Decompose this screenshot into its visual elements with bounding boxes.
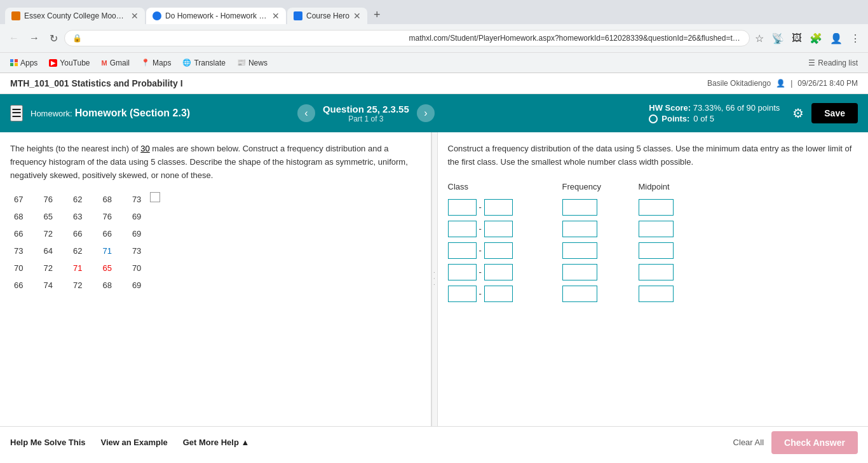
bookmark-maps[interactable]: 📍 Maps <box>136 57 176 69</box>
tab-1[interactable]: Essex County College Moodlerc... ✕ <box>5 8 145 24</box>
bookmark-news[interactable]: 📰 News <box>232 57 273 69</box>
data-cell: 65 <box>39 209 56 224</box>
hw-save-button[interactable]: Save <box>811 103 858 123</box>
frequency-input-4[interactable] <box>562 264 597 280</box>
class-upper-4[interactable] <box>484 264 513 280</box>
menu-button[interactable]: ⋮ <box>848 30 863 47</box>
class-input-group-5: - <box>448 286 562 302</box>
bookmark-translate-label: Translate <box>194 59 226 67</box>
footer-right: Clear All Check Answer <box>733 431 858 454</box>
class-lower-5[interactable] <box>448 286 477 302</box>
user-icon: 👤 <box>776 79 785 88</box>
data-cell: 62 <box>69 192 86 207</box>
tab-2-close[interactable]: ✕ <box>272 11 280 20</box>
class-input-group-4: - <box>448 264 562 280</box>
data-cell: 66 <box>69 226 86 241</box>
data-section: 67 76 62 68 73 68 65 63 76 69 66 72 <box>10 192 421 295</box>
hw-score: HW Score: 73.33%, 66 of 90 points Points… <box>649 103 780 123</box>
bookmark-maps-label: Maps <box>153 59 171 67</box>
class-upper-3[interactable] <box>484 242 513 259</box>
dash-2: - <box>479 224 482 233</box>
forward-button[interactable]: → <box>25 30 43 46</box>
nav-bar: ← → ↻ 🔒 mathxl.com/Student/PlayerHomewor… <box>0 24 868 52</box>
data-cell: 73 <box>10 244 27 258</box>
data-cell: 69 <box>128 226 145 241</box>
data-cell: 66 <box>10 278 27 293</box>
class-upper-2[interactable] <box>484 221 513 237</box>
extensions-button[interactable]: 🧩 <box>807 30 825 47</box>
hw-menu-button[interactable]: ☰ <box>10 105 23 121</box>
browser-chrome: Essex County College Moodlerc... ✕ Do Ho… <box>0 0 868 73</box>
screenshot-button[interactable]: 🖼 <box>789 30 804 46</box>
footer: Help Me Solve This View an Example Get M… <box>0 426 868 458</box>
data-cell: 66 <box>10 226 27 241</box>
midpoint-input-1[interactable] <box>639 199 674 216</box>
data-cell: 68 <box>98 278 115 293</box>
tab-3-title: Course Hero <box>306 11 349 20</box>
freq-cell-1 <box>562 199 639 216</box>
class-lower-3[interactable] <box>448 242 477 259</box>
class-upper-1[interactable] <box>484 199 513 216</box>
data-cell: 66 <box>98 226 115 241</box>
tab-3-close[interactable]: ✕ <box>353 11 361 20</box>
hw-score-label: HW Score: <box>649 103 691 113</box>
problem-text-left: The heights (to the nearest inch) of 30 … <box>10 142 421 182</box>
midpoint-input-5[interactable] <box>639 286 674 302</box>
tab-2-title: Do Homework - Homework (Sec... <box>165 11 268 20</box>
dash-1: - <box>479 202 482 212</box>
reading-list[interactable]: ☰ Reading list <box>803 57 863 69</box>
class-upper-5[interactable] <box>484 286 513 302</box>
check-answer-button[interactable]: Check Answer <box>771 431 858 454</box>
data-cell: 62 <box>69 244 86 258</box>
profile-button[interactable]: 👤 <box>827 30 845 47</box>
midpoint-input-4[interactable] <box>639 264 674 280</box>
table-row: 70 72 71 65 70 <box>10 261 145 275</box>
midpoint-input-3[interactable] <box>639 242 674 259</box>
new-tab-button[interactable]: + <box>369 6 386 24</box>
bookmark-translate[interactable]: 🌐 Translate <box>177 57 231 69</box>
table-row: 68 65 63 76 69 <box>10 209 145 224</box>
data-cell: 72 <box>39 226 56 241</box>
frequency-input-3[interactable] <box>562 242 597 259</box>
hw-actions: ⚙ Save <box>792 103 858 123</box>
bookmark-youtube[interactable]: ▶ YouTube <box>44 57 95 69</box>
hw-question-main: Question 25, 2.3.55 <box>323 104 409 114</box>
table-row: 73 64 62 71 73 <box>10 244 145 258</box>
frequency-input-1[interactable] <box>562 199 597 216</box>
tab-2[interactable]: Do Homework - Homework (Sec... ✕ <box>146 8 286 24</box>
tab-2-favicon <box>153 11 161 20</box>
hw-next-button[interactable]: › <box>417 104 435 122</box>
user-separator: | <box>790 79 792 88</box>
back-button[interactable]: ← <box>5 30 23 46</box>
help-solve-button[interactable]: Help Me Solve This <box>10 438 85 447</box>
cast-button[interactable]: 📡 <box>769 30 787 47</box>
midpoint-input-2[interactable] <box>639 221 674 237</box>
panel-resizer[interactable]: · · · <box>431 132 438 426</box>
table-row: - <box>448 199 858 216</box>
address-bar[interactable]: 🔒 mathxl.com/Student/PlayerHomework.aspx… <box>64 30 750 46</box>
gmail-icon: M <box>102 59 107 67</box>
class-input-group-3: - <box>448 242 562 259</box>
hw-prev-button[interactable]: ‹ <box>297 104 315 122</box>
view-example-button[interactable]: View an Example <box>100 438 167 447</box>
tab-3[interactable]: Course Hero ✕ <box>287 8 367 24</box>
reload-button[interactable]: ↻ <box>46 30 62 47</box>
class-lower-2[interactable] <box>448 221 477 237</box>
data-cell: 70 <box>128 261 145 275</box>
frequency-input-2[interactable] <box>562 221 597 237</box>
frequency-input-5[interactable] <box>562 286 597 302</box>
bookmark-gmail[interactable]: M Gmail <box>97 57 135 69</box>
clear-all-button[interactable]: Clear All <box>733 438 764 447</box>
bookmark-apps[interactable]: Apps <box>5 57 43 69</box>
data-cell: 71 <box>98 244 115 258</box>
more-help-button[interactable]: Get More Help ▲ <box>183 438 250 447</box>
bookmark-youtube-label: YouTube <box>60 59 90 67</box>
bookmark-star-button[interactable]: ☆ <box>752 30 766 47</box>
tab-1-close[interactable]: ✕ <box>131 11 139 20</box>
copy-icon[interactable] <box>150 192 160 202</box>
class-lower-4[interactable] <box>448 264 477 280</box>
midpoint-cell-1 <box>639 199 715 216</box>
hw-settings-button[interactable]: ⚙ <box>792 106 804 121</box>
class-lower-1[interactable] <box>448 199 477 216</box>
data-cell: 71 <box>69 261 86 275</box>
